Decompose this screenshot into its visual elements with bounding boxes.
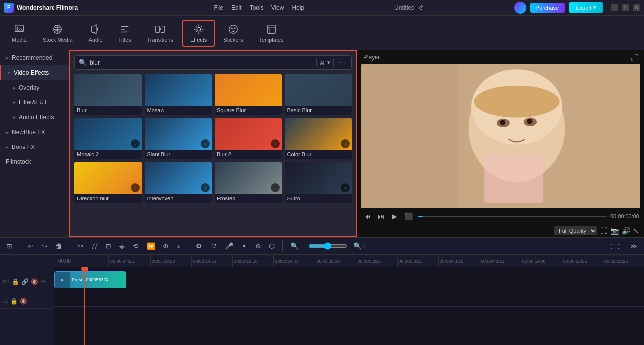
menu-view[interactable]: View (271, 4, 284, 11)
player-header: Player (357, 50, 644, 64)
export-button[interactable]: Export ▾ (569, 2, 603, 13)
speed-button[interactable]: ⏩ (144, 241, 158, 251)
menu-edit[interactable]: Edit (231, 4, 242, 11)
play-button[interactable]: ▶ (390, 211, 399, 221)
zoom-slider[interactable] (308, 242, 348, 250)
volume-icon[interactable]: 🔊 (622, 227, 630, 235)
menu-file[interactable]: File (214, 4, 223, 11)
maximize-button[interactable]: □ (622, 4, 629, 11)
effect-item-slant_blur[interactable]: ↓ Slant Blur (145, 118, 212, 159)
more-button[interactable]: ≫ (628, 241, 640, 251)
toolbar-templates[interactable]: Templates (252, 21, 290, 46)
settings-button[interactable]: ⚙ (193, 241, 205, 251)
redo-button[interactable]: ↪ (39, 241, 50, 251)
sidebar-item-video-effects[interactable]: ▼ Video Effects (0, 65, 69, 80)
svg-rect-11 (267, 25, 275, 33)
step-back-button[interactable]: ⏭ (376, 211, 387, 221)
cut-button[interactable]: ✂ (75, 241, 86, 251)
player-expand-icon[interactable] (630, 53, 638, 61)
titlebar-right: Purchase Export ▾ ─ □ ✕ (514, 2, 640, 14)
lock-icon[interactable]: 🔒 (12, 278, 19, 285)
ai-button[interactable]: ⊛ (253, 241, 264, 251)
filter-dropdown[interactable]: All ▾ (316, 58, 333, 67)
effect-item-blur[interactable]: Blur (74, 74, 142, 115)
zoom-in-button[interactable]: 🔍+ (351, 241, 368, 251)
split-button[interactable]: ⧸⧸ (89, 241, 100, 252)
effect-item-interwoven[interactable]: ↓ Interwoven (145, 162, 212, 203)
sidebar-item-audio-effects[interactable]: ▶ Audio Effects (0, 110, 69, 125)
menu-help[interactable]: Help (292, 4, 304, 11)
delete-button[interactable]: 🗑 (53, 241, 65, 251)
sidebar-item-newblue-fx[interactable]: ▶ NewBlue FX (0, 125, 69, 140)
video-clip[interactable]: ▶ Preset 000558723 (54, 271, 126, 288)
rewind-button[interactable]: ⏮ (362, 211, 373, 221)
toolbar-audio[interactable]: Audio (82, 21, 109, 46)
sidebar-item-filmstock[interactable]: Filmstock (0, 154, 69, 169)
effect-item-basic_blur[interactable]: Basic Blur (285, 74, 352, 115)
separator3 (188, 241, 188, 251)
transition-button[interactable]: ⬡ (267, 241, 277, 251)
undo-button[interactable]: ↩ (25, 241, 36, 251)
crop-button[interactable]: ⊡ (103, 241, 114, 251)
toolbar-transitions[interactable]: Transitions (140, 21, 180, 46)
toolbar-media[interactable]: Media (5, 21, 34, 46)
download-badge: ↓ (201, 183, 210, 192)
group-button[interactable]: ⊕ (161, 241, 171, 251)
purchase-button[interactable]: Purchase (530, 3, 565, 13)
link-icon[interactable]: 🔗 (21, 278, 29, 285)
playhead[interactable]: ✂ (84, 267, 85, 345)
chevron-right-icon: ▶ (6, 130, 9, 135)
svg-rect-5 (156, 26, 159, 32)
sidebar-item-filter-lut[interactable]: ▶ Filter&LUT (0, 95, 69, 110)
toolbar-titles[interactable]: T Titles (111, 21, 138, 46)
svg-point-1 (16, 27, 18, 29)
effect-item-color_blur[interactable]: ↓ Color Blur (285, 118, 352, 159)
effect-item-frosted[interactable]: ↓ Frosted (215, 162, 282, 203)
layout-button[interactable]: ⊞ (4, 241, 15, 251)
effects-button[interactable]: ✦ (239, 241, 250, 251)
effect-item-mosaic2[interactable]: ↓ Mosaic 2 (74, 118, 142, 159)
mark-button[interactable]: ◈ (117, 241, 127, 251)
audio-lock-icon[interactable]: 🔒 (10, 298, 18, 305)
audio-volume-icon[interactable]: 🔇 (20, 298, 27, 305)
eye-icon[interactable]: 👁 (40, 278, 46, 285)
grid-view-button[interactable]: ⋮⋮ (606, 241, 625, 251)
effect-item-square_blur[interactable]: Square Blur (215, 74, 282, 115)
toolbar-stickers[interactable]: Stickers (216, 21, 250, 46)
effect-item-direction_blur[interactable]: ↓ Direction blur (74, 162, 142, 203)
effect-thumb: ↓ (215, 162, 282, 194)
toolbar-effects[interactable]: Effects (182, 20, 215, 47)
more-settings-icon[interactable]: ⤡ (633, 227, 639, 235)
playback-timeline[interactable] (418, 216, 607, 217)
profile-avatar[interactable] (514, 2, 526, 14)
svg-point-7 (197, 27, 200, 31)
volume-off-icon[interactable]: 🔇 (31, 278, 38, 285)
effect-item-mosaic[interactable]: Mosaic (145, 74, 212, 115)
zoom-out-button[interactable]: 🔍− (288, 241, 305, 251)
toolbar-stock-media[interactable]: Stock Media (36, 21, 80, 46)
fit-to-screen-icon[interactable]: ⛶ (600, 227, 607, 235)
effect-thumb: ↓ (215, 118, 282, 150)
effects-panel: 🔍 All ▾ ··· Blur Mosaic Square Blur (69, 50, 357, 237)
mic-button[interactable]: 🎤 (222, 241, 236, 251)
fullscreen-button[interactable]: ⬛ (402, 211, 415, 221)
minimize-button[interactable]: ─ (611, 4, 618, 11)
search-input[interactable] (90, 59, 313, 66)
screenshot-icon[interactable]: 📷 (610, 227, 619, 235)
transform-button[interactable]: ⟲ (130, 241, 141, 251)
chevron-right-icon: ▶ (6, 145, 9, 149)
sidebar-item-overlay[interactable]: ▶ Overlay (0, 80, 69, 95)
sidebar-item-boris-fx[interactable]: ▶ Boris FX (0, 140, 69, 154)
timeline-tracks[interactable]: ✂ ▶ Preset 000558723 (54, 267, 644, 345)
close-button[interactable]: ✕ (633, 4, 640, 11)
effect-item-blur2[interactable]: ↓ Blur 2 (215, 118, 282, 159)
download-badge: ↓ (131, 183, 140, 192)
quality-select[interactable]: Full Quality 1/2 Quality 1/4 Quality (554, 226, 597, 235)
stabilize-button[interactable]: 🛡 (208, 241, 219, 251)
sidebar-item-recommended[interactable]: ▶ Recommended (0, 50, 69, 65)
audio-button[interactable]: ♪ (174, 241, 183, 251)
effect-item-sutro[interactable]: ↓ Sutro (285, 162, 352, 203)
menu-tools[interactable]: Tools (250, 4, 264, 11)
more-options-button[interactable]: ··· (337, 58, 347, 67)
effect-label: Mosaic 2 (74, 150, 142, 159)
